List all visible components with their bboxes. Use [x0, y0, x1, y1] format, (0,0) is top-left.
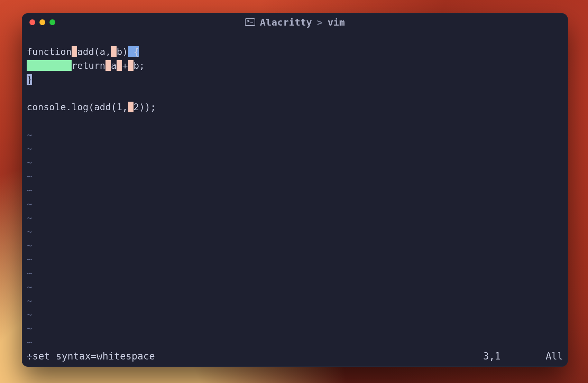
code-line-2: return a + b; — [27, 60, 145, 71]
vim-status-line: :set syntax=whitespace 3,1 All — [27, 349, 563, 363]
status-cursor-pos: 3,1 — [483, 349, 501, 363]
tilde-line: ~ — [27, 337, 32, 347]
close-button[interactable] — [29, 19, 35, 25]
tilde-line: ~ — [27, 309, 32, 320]
status-scroll-pct: All — [545, 349, 563, 363]
status-command: :set syntax=whitespace — [27, 349, 155, 363]
code-line-3: } — [27, 74, 32, 85]
tilde-line: ~ — [27, 268, 32, 278]
tilde-line: ~ — [27, 240, 32, 251]
tilde-line: ~ — [27, 171, 32, 181]
tilde-line: ~ — [27, 198, 32, 209]
cursor: } — [27, 74, 32, 85]
terminal-window: Alacritty > vim function add(a, b) { ret… — [22, 13, 568, 367]
minimize-button[interactable] — [39, 19, 45, 25]
tilde-line: ~ — [27, 129, 32, 140]
terminal-body[interactable]: function add(a, b) { return a + b; } con… — [22, 31, 568, 367]
code-line-1: function add(a, b) { — [27, 46, 139, 57]
tilde-line: ~ — [27, 212, 32, 223]
tilde-line: ~ — [27, 185, 32, 195]
window-titlebar: Alacritty > vim — [22, 13, 568, 31]
zoom-button[interactable] — [49, 19, 55, 25]
code-line-5: console.log(add(1, 2)); — [27, 102, 156, 112]
terminal-icon — [245, 18, 255, 26]
editor-content[interactable]: function add(a, b) { return a + b; } con… — [27, 31, 563, 363]
title-sub: vim — [328, 17, 345, 28]
tilde-line: ~ — [27, 143, 32, 154]
title-app: Alacritty — [260, 17, 312, 28]
title-separator: > — [317, 17, 323, 28]
tilde-line: ~ — [27, 254, 32, 264]
tilde-line: ~ — [27, 295, 32, 306]
tilde-line: ~ — [27, 323, 32, 334]
tilde-line: ~ — [27, 226, 32, 237]
tilde-line: ~ — [27, 157, 32, 168]
traffic-lights — [22, 19, 55, 25]
tilde-line: ~ — [27, 281, 32, 292]
window-title: Alacritty > vim — [22, 17, 568, 28]
